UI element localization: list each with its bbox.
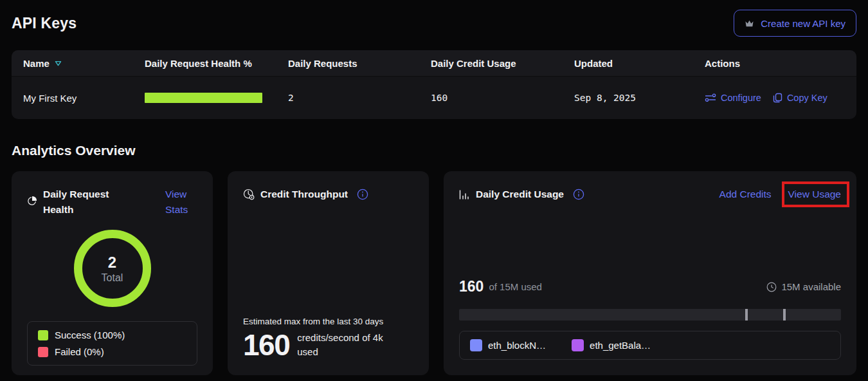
updated-cell: Sep 8, 2025 (574, 93, 705, 103)
add-credits-link[interactable]: Add Credits (719, 189, 772, 200)
donut-total-label: Total (102, 272, 123, 284)
daily-credit-usage-card: Daily Credit Usage Add Credits View Usag… (444, 171, 856, 375)
configure-button[interactable]: Configure (705, 93, 761, 103)
page-title: API Keys (12, 15, 77, 32)
create-api-key-button[interactable]: Create new API key (734, 10, 856, 37)
column-header-updated: Updated (574, 58, 705, 69)
copy-key-button[interactable]: Copy Key (773, 93, 827, 103)
method-swatch (470, 339, 482, 351)
column-header-health: Daily Request Health % (145, 58, 288, 69)
legend-item-eth-getbalance: eth_getBala… (572, 339, 651, 351)
bar-marker (745, 309, 748, 321)
credits-used-suffix: of 15M used (489, 281, 542, 292)
column-header-requests: Daily Requests (288, 58, 431, 69)
table-header-row: Name Daily Request Health % Daily Reques… (12, 50, 856, 76)
daily-request-health-card: Daily Request Health View Stats 2 Total … (12, 171, 213, 375)
clock-icon (766, 282, 777, 292)
health-bar-fill (145, 93, 262, 103)
api-keys-header: API Keys Create new API key (12, 9, 856, 37)
method-swatch (572, 339, 584, 351)
daily-credit-usage-cell: 160 (431, 93, 574, 103)
health-legend: Success (100%) Failed (0%) (27, 321, 197, 366)
throughput-caption: Estimated max from the last 30 days (243, 317, 413, 326)
usage-legend: eth_blockN… eth_getBala… (459, 331, 841, 360)
sliders-icon (705, 93, 716, 102)
health-bar-cell (145, 93, 288, 103)
column-header-name[interactable]: Name (23, 58, 145, 69)
throughput-suffix: credits/second of 4k used (297, 331, 400, 359)
key-name-cell: My First Key (23, 93, 145, 104)
view-usage-link[interactable]: View Usage (788, 189, 841, 200)
actions-cell: Configure Copy Key (705, 93, 845, 103)
copy-icon (773, 93, 782, 103)
credits-available-label: 15M available (781, 281, 841, 292)
analytics-overview-title: Analytics Overview (12, 143, 856, 158)
success-swatch (38, 330, 48, 340)
analytics-cards: Daily Request Health View Stats 2 Total … (12, 171, 856, 375)
dashboard-page: API Keys Create new API key Name Daily R… (0, 9, 868, 375)
daily-requests-cell: 2 (288, 93, 431, 103)
bar-marker (783, 309, 786, 321)
legend-item-failed: Failed (0%) (38, 346, 186, 357)
column-header-actions: Actions (705, 58, 845, 69)
info-icon[interactable] (573, 189, 584, 200)
card-title: Daily Credit Usage (476, 187, 564, 202)
card-title: Credit Throughput (260, 187, 348, 202)
credit-throughput-card: Credit Throughput Estimated max from the… (228, 171, 429, 375)
gauge-icon (243, 189, 255, 200)
crown-icon (745, 19, 754, 28)
pie-chart-icon (27, 196, 37, 206)
credits-used-value: 160 (459, 278, 484, 295)
throughput-value: 160 (243, 330, 289, 360)
legend-item-eth-blocknumber: eth_blockN… (470, 339, 546, 351)
info-icon[interactable] (357, 189, 368, 200)
card-title: Daily Request Health (43, 187, 119, 218)
column-header-credit-usage: Daily Credit Usage (431, 58, 574, 69)
sort-icon[interactable] (55, 60, 62, 66)
donut-total-value: 2 (108, 254, 116, 272)
create-api-key-label: Create new API key (761, 18, 845, 29)
view-stats-link[interactable]: View Stats (165, 187, 197, 218)
health-donut: 2 Total (74, 230, 151, 307)
bar-chart-icon (459, 190, 470, 200)
failed-swatch (38, 347, 48, 357)
legend-item-success: Success (100%) (38, 330, 186, 340)
credit-usage-bar (459, 309, 841, 321)
table-row: My First Key 2 160 Sep 8, 2025 Configure (12, 76, 856, 119)
api-keys-table: Name Daily Request Health % Daily Reques… (12, 50, 856, 119)
